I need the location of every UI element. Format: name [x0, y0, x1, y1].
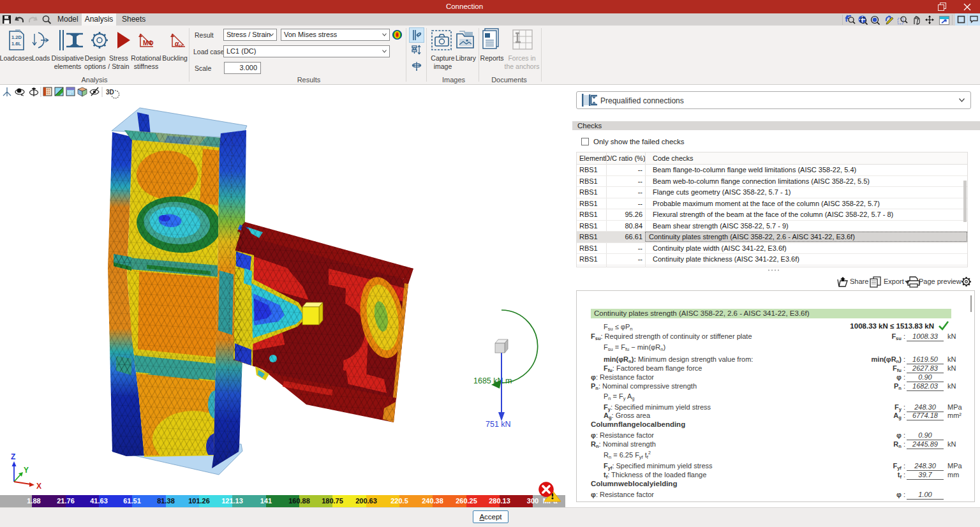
svg-text:3D: 3D: [106, 89, 114, 96]
svg-text:X: X: [36, 482, 41, 491]
svg-text:1.6L: 1.6L: [11, 41, 21, 47]
svg-text:MΦ: MΦ: [143, 40, 154, 47]
svg-text:1.2D: 1.2D: [11, 34, 22, 40]
svg-text:Y: Y: [24, 466, 29, 475]
svg-text:cr: cr: [179, 43, 183, 48]
svg-text:751 kN: 751 kN: [486, 420, 511, 429]
svg-text:Z: Z: [11, 452, 15, 461]
svg-text:1685 kN m: 1685 kN m: [473, 376, 512, 385]
